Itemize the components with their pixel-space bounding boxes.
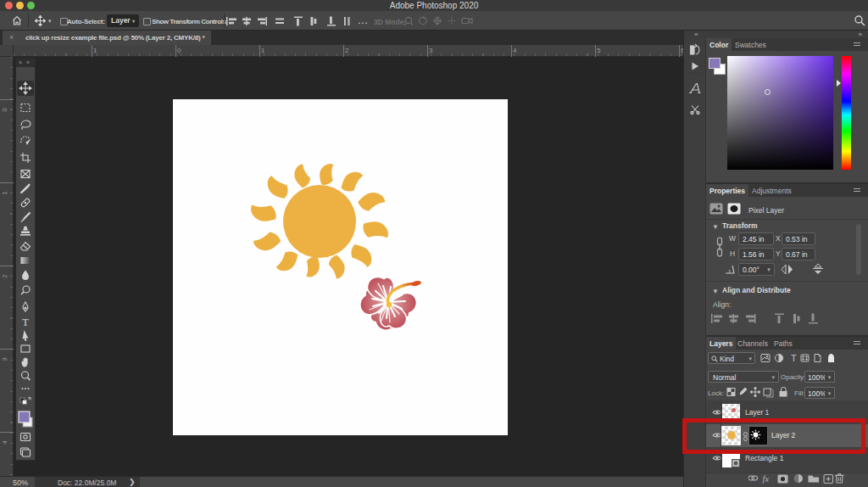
svg-text:fx: fx xyxy=(763,474,770,484)
svg-text:T: T xyxy=(791,353,797,363)
svg-text:T: T xyxy=(22,316,29,328)
